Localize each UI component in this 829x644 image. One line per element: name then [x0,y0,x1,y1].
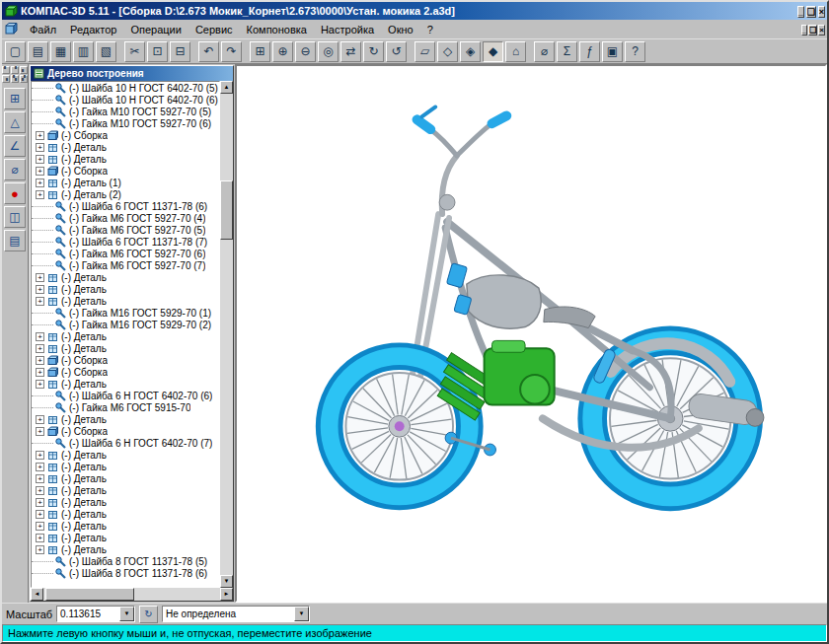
tree-panel-titlebar[interactable]: Дерево построения [31,66,233,81]
orientation-combo[interactable]: Не определена ▼ [162,606,310,622]
tree-item[interactable]: +(-) Деталь [32,461,219,472]
tree-item[interactable]: +(-) Деталь [32,413,219,425]
tree-item[interactable]: +(-) Деталь [32,378,219,390]
expand-plus-icon[interactable]: + [36,155,44,164]
tree-item[interactable]: +(-) Деталь [32,472,219,484]
tree-item[interactable]: +(-) Деталь [32,520,219,532]
tree-item[interactable]: +(-) Деталь [32,271,219,283]
tree-item[interactable]: (-) Шайба 10 Н ГОСТ 6402-70 (5) [32,82,219,94]
expand-plus-icon[interactable]: + [36,463,44,471]
grid-toggle-button[interactable]: ▝ [11,66,19,74]
zoom-out-button[interactable]: ⊖ [295,41,316,62]
tree-item[interactable]: +(-) Деталь [32,342,219,354]
child-minimize-button[interactable]: _ [801,25,807,36]
zoom-all-button[interactable]: ◎ [318,41,339,62]
tree-item[interactable]: +(-) Деталь [32,295,219,307]
tree-item[interactable]: (-) Шайба 6 Н ГОСТ 6402-70 (7) [32,437,219,449]
tree-item[interactable]: (-) Гайка М6 ГОСТ 5927-70 (5) [32,224,219,236]
current-scale-button[interactable]: ↻ [139,606,158,623]
abort-command-button[interactable]: ● [4,182,26,204]
tree-item[interactable]: +(-) Сборка [32,129,219,141]
paste-button[interactable]: ⊟ [170,41,190,62]
tree-item[interactable]: +(-) Деталь [32,449,219,461]
scale-dropdown-arrow-icon[interactable]: ▼ [119,607,134,621]
tree-item[interactable]: +(-) Деталь [32,141,219,153]
tree-item[interactable]: +(-) Деталь (1) [32,177,219,188]
tree-item[interactable]: +(-) Деталь [32,484,219,496]
menu-item-5[interactable]: Настройка [314,22,381,37]
tree-item[interactable]: (-) Гайка М10 ГОСТ 5927-70 (5) [32,106,219,117]
scroll-up-button[interactable]: ▲ [220,81,233,94]
3d-viewport[interactable] [235,64,827,603]
perspective-mode-button[interactable]: ⌂ [505,41,526,62]
mdi-child-icon[interactable] [5,23,19,36]
print-button[interactable]: ▥ [73,41,94,62]
vertical-scroll-track[interactable] [220,94,233,575]
context-help-button[interactable]: ? [625,41,645,62]
tree-item[interactable]: (-) Шайба 8 ГОСТ 11371-78 (6) [32,567,219,579]
tree-vertical-scrollbar[interactable]: ▲ ▼ [220,81,233,588]
mass-properties-button[interactable]: Σ [557,41,577,62]
tree-item[interactable]: +(-) Деталь [32,532,219,543]
tree-item[interactable]: (-) Гайка М16 ГОСТ 5929-70 (2) [32,319,219,330]
tree-item[interactable]: +(-) Сборка [32,425,219,437]
expand-plus-icon[interactable]: + [36,498,44,507]
refresh-view-button[interactable]: ↺ [386,41,407,62]
tree-item[interactable]: (-) Шайба 8 ГОСТ 11371-78 (5) [32,555,219,567]
shaded-mode-button[interactable]: ◆ [483,41,503,62]
expand-plus-icon[interactable]: + [36,368,44,377]
tree-item[interactable]: (-) Гайка М6 ГОСТ 5927-70 (4) [32,212,219,224]
copy-button[interactable]: ⊡ [147,41,168,62]
expand-plus-icon[interactable]: + [36,427,44,436]
expand-plus-icon[interactable]: + [36,179,44,187]
tree-item[interactable]: (-) Гайка М6 ГОСТ 5927-70 (6) [32,248,219,259]
page-layout-toggle-button[interactable]: ▘ [2,66,10,74]
menu-item-2[interactable]: Операции [123,22,188,37]
expand-plus-icon[interactable]: + [36,285,44,294]
tree-item[interactable]: (-) Шайба 10 Н ГОСТ 6402-70 (6) [32,94,219,106]
variables-button[interactable]: ƒ [579,41,600,62]
expand-plus-icon[interactable]: + [36,534,44,542]
expand-plus-icon[interactable]: + [36,522,44,531]
expand-plus-icon[interactable]: + [36,474,44,483]
panel-selection-button[interactable]: ◫ [4,206,26,228]
tree-item[interactable]: (-) Шайба 6 Н ГОСТ 6402-70 (6) [32,390,219,401]
orientation-dropdown-arrow-icon[interactable]: ▼ [294,607,309,621]
menu-item-7[interactable]: ? [420,22,440,37]
tree-horizontal-scrollbar[interactable]: ◄ ► [31,588,233,601]
menu-item-0[interactable]: Файл [23,22,63,37]
scroll-left-button[interactable]: ◄ [31,588,43,601]
save-button[interactable]: ▦ [50,41,71,62]
expand-plus-icon[interactable]: + [36,451,44,460]
panel-edit-part-button[interactable]: ⊞ [4,88,26,109]
horizontal-scroll-thumb[interactable] [45,588,134,601]
redo-button[interactable]: ↷ [221,41,242,62]
cut-button[interactable]: ✂ [124,41,145,62]
tree-item[interactable]: +(-) Сборка [32,366,219,378]
expand-plus-icon[interactable]: + [36,143,44,152]
vertical-scroll-thumb[interactable] [220,180,233,240]
tree-item[interactable]: +(-) Деталь [32,508,219,520]
panel-settings-button[interactable]: ▤ [4,230,26,251]
menu-item-1[interactable]: Редактор [63,22,123,37]
expand-plus-icon[interactable]: + [36,297,44,306]
expand-plus-icon[interactable]: + [36,167,44,176]
undo-button[interactable]: ↶ [198,41,219,62]
expand-plus-icon[interactable]: + [36,486,44,495]
expand-plus-icon[interactable]: + [36,380,44,389]
expand-plus-icon[interactable]: + [36,190,44,199]
zoom-by-window-button[interactable]: ⊞ [250,41,270,62]
expand-plus-icon[interactable]: + [36,545,44,554]
close-button[interactable]: × [818,6,825,18]
menu-item-3[interactable]: Сервис [188,22,240,37]
tree-item[interactable]: +(-) Сборка [32,165,219,177]
tree-item[interactable]: (-) Шайба 6 ГОСТ 11371-78 (6) [32,200,219,212]
panel-mate-button[interactable]: ⌀ [4,159,26,180]
tree-item[interactable]: +(-) Деталь [32,543,219,555]
title-bar[interactable]: КОМПАС-3D 5.11 - [Сборка D:\2.673 Мокик_… [2,2,827,20]
expand-plus-icon[interactable]: + [36,510,44,519]
toolbar-settings-button[interactable]: ▣ [602,41,623,62]
expand-plus-icon[interactable]: + [36,131,44,140]
child-close-button[interactable]: × [818,25,825,36]
scroll-right-button[interactable]: ► [220,588,233,601]
